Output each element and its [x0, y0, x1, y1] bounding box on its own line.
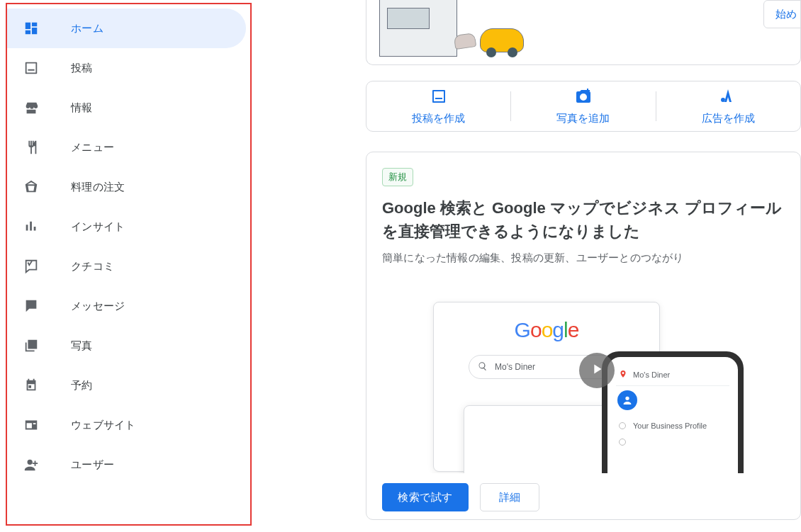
start-button-label: 始め	[775, 8, 797, 21]
web-icon	[23, 417, 40, 434]
sidebar-item-label: 予約	[71, 379, 93, 392]
try-on-search-button[interactable]: 検索で試す	[382, 483, 469, 511]
mock-phone-list-item	[616, 434, 729, 450]
sidebar-item-label: 写真	[71, 339, 93, 353]
feature-subtitle: 簡単になった情報の編集、投稿の更新、ユーザーとのつながり	[382, 251, 785, 265]
post-add-icon	[430, 88, 447, 108]
photo-library-icon	[23, 337, 40, 354]
sidebar-item-label: インサイト	[71, 220, 125, 234]
feature-title: Google 検索と Google マップでビジネス プロフィールを直接管理でき…	[382, 196, 785, 243]
review-icon	[23, 258, 40, 275]
sidebar-item-menu[interactable]: メニュー	[7, 128, 246, 167]
sidebar-item-label: ユーザー	[71, 458, 114, 472]
storefront-icon	[23, 99, 40, 116]
action-add-photo[interactable]: 写真を追加	[511, 81, 655, 131]
sidebar-item-label: ウェブサイト	[71, 419, 136, 432]
action-create-post[interactable]: 投稿を作成	[366, 81, 510, 131]
takeout-icon	[23, 179, 40, 196]
sidebar-item-label: 情報	[71, 101, 93, 115]
play-icon	[589, 361, 605, 380]
mock-phone-location-row: Mo's Diner	[616, 364, 729, 386]
quick-actions-card: 投稿を作成 写真を追加 広告を作成	[366, 81, 801, 132]
dashboard-icon	[23, 20, 40, 37]
feature-actions: 検索で試す 詳細	[382, 483, 785, 511]
learn-more-button[interactable]: 詳細	[480, 483, 539, 511]
hero-illustration-car	[480, 28, 524, 52]
search-icon	[478, 361, 488, 373]
sidebar-item-insights[interactable]: インサイト	[7, 207, 246, 247]
feature-card: 新規 Google 検索と Google マップでビジネス プロフィールを直接管…	[366, 152, 801, 520]
sidebar-item-home[interactable]: ホーム	[7, 9, 246, 48]
chat-icon	[23, 298, 40, 315]
sidebar-item-posts[interactable]: 投稿	[7, 48, 246, 88]
action-create-ad[interactable]: 広告を作成	[656, 81, 800, 131]
sidebar-item-food-order[interactable]: 料理の注文	[7, 167, 246, 207]
sidebar-item-label: クチコミ	[71, 260, 114, 273]
mock-avatar	[617, 390, 637, 410]
sidebar-item-label: 投稿	[71, 62, 93, 75]
sidebar-item-label: 料理の注文	[71, 181, 125, 194]
calendar-icon	[23, 377, 40, 394]
sidebar-item-label: メニュー	[71, 141, 114, 154]
new-badge: 新規	[382, 168, 413, 186]
start-button[interactable]: 始め	[763, 0, 801, 28]
play-video-button[interactable]	[579, 353, 615, 388]
feature-preview: Google Mo's Diner Mo's Diner	[382, 283, 785, 473]
mock-search-text: Mo's Diner	[495, 362, 535, 372]
sidebar-nav: ホーム 投稿 情報 メニュー 料理の注文 インサイト クチコミ	[6, 3, 252, 526]
sidebar-item-messages[interactable]: メッセージ	[7, 286, 246, 326]
main-content: 始め 投稿を作成 写真を追加 広告を作成 新規 Google 検索と Googl	[366, 0, 801, 520]
mock-phone-list-item: Your Business Profile	[616, 417, 729, 434]
sidebar-item-photos[interactable]: 写真	[7, 326, 246, 366]
sidebar-item-website[interactable]: ウェブサイト	[7, 405, 246, 445]
sidebar-item-users[interactable]: ユーザー	[7, 445, 246, 485]
sidebar-item-reviews[interactable]: クチコミ	[7, 247, 246, 286]
ads-icon	[719, 88, 736, 108]
sidebar-item-label: ホーム	[71, 22, 103, 35]
google-logo: Google	[434, 318, 659, 342]
pin-icon	[619, 370, 627, 380]
hero-illustration-croissant	[454, 33, 476, 50]
action-label: 写真を追加	[556, 112, 610, 125]
hero-card: 始め	[366, 0, 801, 65]
bar-chart-icon	[23, 218, 40, 235]
post-icon	[23, 60, 40, 77]
action-label: 広告を作成	[702, 112, 755, 125]
sidebar-item-info[interactable]: 情報	[7, 88, 246, 128]
restaurant-icon	[23, 139, 40, 156]
action-label: 投稿を作成	[412, 112, 465, 125]
hero-illustration-building	[379, 0, 457, 57]
mock-phone-frame: Mo's Diner Your Business Profile	[602, 351, 744, 473]
add-photo-icon	[575, 88, 592, 108]
sidebar-item-bookings[interactable]: 予約	[7, 366, 246, 405]
sidebar-item-label: メッセージ	[71, 300, 125, 313]
person-add-icon	[23, 456, 40, 473]
